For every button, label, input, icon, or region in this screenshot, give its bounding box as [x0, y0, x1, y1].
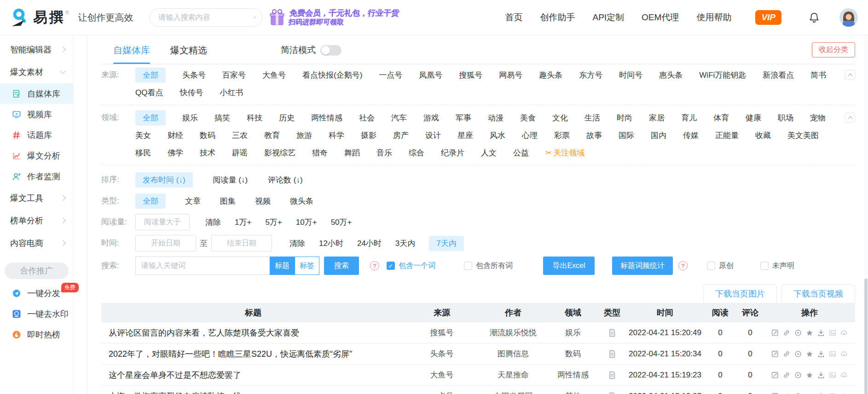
field-chip[interactable]: 纪录片 [441, 148, 464, 158]
trace-source-action-icon[interactable] [794, 392, 802, 394]
edit-action-icon[interactable] [771, 371, 779, 379]
search-icon[interactable] [254, 12, 256, 23]
time-preset[interactable]: 12小时 [319, 238, 343, 249]
star-favorite-action-icon[interactable] [805, 371, 814, 379]
field-chip[interactable]: 军事 [456, 113, 471, 123]
end-date-input[interactable] [211, 235, 272, 251]
export-excel-button[interactable]: 导出Excel [543, 257, 595, 275]
nav-item[interactable]: 创作助手 [540, 11, 575, 23]
field-chip[interactable]: 彩票 [554, 130, 570, 141]
field-chip[interactable]: 健康 [746, 113, 761, 123]
type-chip[interactable]: 视频 [255, 196, 271, 206]
article-author[interactable]: 中国发展网 [479, 391, 548, 394]
field-chip[interactable]: 猎奇 [312, 148, 328, 158]
field-chip[interactable]: 美女 [135, 130, 151, 141]
field-chip[interactable]: 财经 [168, 130, 183, 141]
field-chip[interactable]: 科技 [247, 113, 262, 123]
type-chip[interactable]: 微头条 [290, 196, 313, 206]
field-chip[interactable]: 育儿 [681, 113, 697, 123]
reads-preset[interactable]: 5万+ [265, 217, 282, 228]
source-chip[interactable]: WiFi万能钥匙 [699, 70, 746, 80]
type-chip[interactable]: 全部 [135, 194, 166, 209]
field-chip[interactable]: 生活 [584, 113, 600, 123]
follow-field-link[interactable]: ✂ 关注领域 [545, 148, 584, 158]
sidebar-item-hot-list[interactable]: 即时热榜 [0, 324, 73, 345]
type-chip[interactable]: 图集 [220, 196, 236, 206]
field-chip[interactable]: 影视综艺 [264, 148, 295, 158]
field-chip[interactable]: 移民 [135, 148, 151, 158]
field-chip[interactable]: 人文 [481, 148, 497, 158]
field-chip[interactable]: 辟谣 [232, 148, 248, 158]
help-icon[interactable] [678, 261, 688, 270]
field-chip[interactable]: 游戏 [423, 113, 439, 123]
article-title-link[interactable]: 从评论区留言的内容来看，艺人陈楚琪备受大家喜爱 [101, 327, 405, 338]
download-action-icon[interactable] [817, 392, 825, 394]
copy-link-action-icon[interactable] [782, 392, 791, 394]
field-chip[interactable]: 摄影 [361, 130, 376, 141]
field-chip[interactable]: 宠物 [810, 113, 826, 123]
reads-preset[interactable]: 1万+ [235, 217, 251, 228]
field-chip[interactable]: 社会 [359, 113, 375, 123]
field-chip[interactable]: 技术 [200, 148, 215, 158]
header-search[interactable] [150, 8, 262, 27]
checkbox-unchecked[interactable] [707, 262, 715, 270]
source-collapse-caret[interactable] [845, 70, 855, 80]
source-chip[interactable]: 大鱼号 [262, 70, 286, 80]
field-chip[interactable]: 美食 [520, 113, 536, 123]
sidebar-item-article-analysis[interactable]: 爆文分析 [0, 145, 73, 166]
edit-action-icon[interactable] [771, 392, 779, 394]
download-page-videos-button[interactable]: 下载当页视频 [781, 284, 855, 303]
keyword-input[interactable] [135, 257, 270, 275]
search-by-title-button[interactable]: 标题 [270, 257, 295, 275]
image-export-action-icon[interactable] [828, 350, 837, 358]
scrollbar-track[interactable] [864, 35, 868, 394]
article-author[interactable]: 潮流娱乐悦悦 [479, 327, 548, 338]
sidebar-item-material[interactable]: 爆文素材 [0, 61, 73, 83]
article-title-link[interactable]: 这个星座会单身不过是不想恋爱罢了 [101, 370, 405, 381]
field-chip[interactable]: 动漫 [488, 113, 503, 123]
field-chip[interactable]: 文化 [552, 113, 568, 123]
time-preset[interactable]: 清除 [289, 238, 305, 249]
article-author[interactable]: 天星推命 [479, 370, 548, 380]
trace-source-action-icon[interactable] [794, 371, 802, 379]
sidebar-item-smart-editor[interactable]: 智能编辑器 [0, 38, 73, 61]
field-chip[interactable]: 两性情感 [311, 113, 342, 123]
field-chip[interactable]: 美文美图 [787, 130, 819, 141]
field-chip[interactable]: 三农 [232, 130, 248, 141]
cloud-download-action-icon[interactable] [840, 392, 848, 394]
sidebar-item-rank-analysis[interactable]: 榜单分析 [0, 209, 73, 232]
scrollbar-thumb[interactable] [864, 279, 868, 394]
cloud-download-action-icon[interactable] [840, 329, 848, 337]
source-chip[interactable]: 凤凰号 [419, 70, 442, 80]
search-button[interactable]: 搜索 [324, 257, 359, 275]
field-chip[interactable]: 国内 [651, 130, 666, 141]
checkbox-contain-one-word[interactable]: 包含一个词 [387, 261, 435, 271]
search-by-tag-button[interactable]: 标签 [295, 257, 319, 275]
time-preset[interactable]: 24小时 [357, 238, 382, 249]
field-chip[interactable]: 正能量 [715, 130, 739, 141]
field-chip[interactable]: 科学 [329, 130, 344, 141]
copy-link-action-icon[interactable] [782, 371, 791, 379]
article-title-link[interactable]: 2022年了，对眼睛好一些吧！瞧瞧三星S22U，快远离低素质“劣屏” [101, 348, 405, 360]
source-chip[interactable]: 新浪看点 [763, 70, 794, 80]
nav-item[interactable]: 使用帮助 [696, 11, 731, 23]
avatar[interactable] [839, 8, 858, 27]
time-preset[interactable]: 3天内 [395, 238, 415, 249]
source-chip[interactable]: 搜狐号 [459, 70, 482, 80]
field-chip[interactable]: 风水 [490, 130, 505, 141]
field-chip[interactable]: 国际 [619, 130, 634, 141]
star-favorite-action-icon[interactable] [805, 350, 814, 358]
field-collapse-caret[interactable] [845, 113, 855, 123]
field-chip[interactable]: 收藏 [755, 130, 771, 141]
field-chip[interactable]: 教育 [264, 130, 280, 141]
reads-preset[interactable]: 10万+ [296, 217, 317, 228]
vip-badge[interactable]: VIP [755, 10, 781, 25]
image-export-action-icon[interactable] [828, 329, 837, 337]
nav-item[interactable]: OEM代理 [642, 11, 679, 23]
sidebar-item-content-ecommerce[interactable]: 内容电商 [0, 232, 73, 254]
source-chip[interactable]: 东方号 [579, 70, 602, 80]
checkbox-checked[interactable] [387, 262, 395, 270]
image-export-action-icon[interactable] [828, 371, 837, 379]
source-chip[interactable]: 看点快报(企鹅号) [302, 70, 362, 80]
field-chip[interactable]: 传媒 [683, 130, 699, 141]
